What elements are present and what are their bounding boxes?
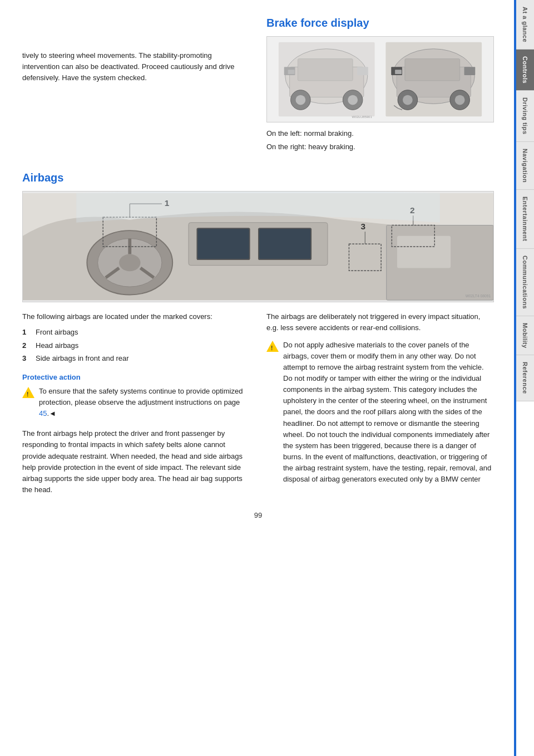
svg-rect-3: [298, 58, 353, 80]
front-passenger-text: The front airbags help protect the drive…: [22, 428, 250, 495]
svg-point-9: [348, 95, 358, 105]
airbags-text-cols: The following airbags are located under …: [22, 311, 494, 500]
list-num-3: 3: [22, 353, 31, 364]
brake-force-section: Brake force display: [266, 17, 494, 155]
airbags-section: Airbags: [22, 171, 494, 500]
airbags-list: 1 Front airbags 2 Head airbags 3 Side ai…: [22, 327, 250, 364]
svg-rect-36: [259, 229, 310, 259]
warning-icon-1: !: [22, 386, 34, 398]
brake-force-title: Brake force display: [266, 17, 494, 30]
list-item-3: 3 Side airbags in front and rear: [22, 353, 250, 364]
airbags-left-col: The following airbags are located under …: [22, 311, 250, 500]
protective-action-warning: ! To ensure that the safety systems cont…: [22, 386, 250, 424]
sidebar-tab-communications[interactable]: Communications: [516, 249, 534, 316]
list-item-1: 1 Front airbags: [22, 327, 250, 338]
svg-rect-17: [464, 67, 476, 75]
brake-force-svg: W02LU85901: [267, 37, 493, 122]
sidebar-tab-controls[interactable]: Controls: [516, 50, 534, 91]
exclaim-mark-2: !: [271, 345, 273, 351]
svg-rect-15: [405, 58, 460, 80]
page-number: 99: [22, 511, 494, 519]
top-two-col: tively to steering wheel movements. The …: [22, 17, 494, 155]
airbags-title: Airbags: [22, 171, 494, 184]
warning-icon-2: !: [266, 340, 279, 352]
list-label-3: Side airbags in front and rear: [36, 353, 129, 364]
brake-caption-right: On the right: heavy braking.: [266, 141, 494, 153]
airbags-warning-block: ! Do not apply adhesive materials to the…: [266, 340, 494, 490]
sidebar-tab-entertainment[interactable]: Entertainment: [516, 190, 534, 248]
svg-text:3: 3: [361, 222, 366, 232]
sidebar-tabs: At a glance Controls Driving tips Naviga…: [516, 0, 534, 756]
svg-rect-5: [357, 67, 368, 75]
svg-text:W02LT4 08091: W02LT4 08091: [466, 294, 491, 298]
svg-point-21: [455, 95, 465, 105]
sidebar-tab-reference[interactable]: Reference: [516, 355, 534, 401]
left-column: tively to steering wheel movements. The …: [22, 17, 250, 155]
svg-rect-24: [395, 70, 402, 74]
brake-caption-left: On the left: normal braking.: [266, 128, 494, 139]
list-num-1: 1: [22, 327, 31, 338]
svg-text:W02LU85901: W02LU85901: [352, 115, 372, 119]
airbags-image: 1 3 2 W02LT4 08091: [22, 191, 494, 302]
list-item-2: 2 Head airbags: [22, 340, 250, 351]
intro-text: tively to steering wheel movements. The …: [22, 50, 250, 84]
airbags-interior-svg: 1 3 2 W02LT4 08091: [23, 192, 493, 302]
svg-point-28: [119, 254, 140, 272]
main-content: tively to steering wheel movements. The …: [0, 0, 516, 756]
sidebar-tab-mobility[interactable]: Mobility: [516, 316, 534, 356]
list-label-1: Front airbags: [36, 327, 78, 338]
svg-point-7: [295, 95, 305, 105]
page-link[interactable]: 45: [39, 409, 47, 418]
sidebar-tab-driving-tips[interactable]: Driving tips: [516, 91, 534, 142]
svg-rect-38: [397, 236, 451, 268]
right-col-warning: Do not apply adhesive materials to the c…: [283, 340, 494, 485]
sidebar-tab-navigation[interactable]: Navigation: [516, 142, 534, 190]
svg-rect-35: [197, 229, 249, 259]
airbags-intro: The following airbags are located under …: [22, 311, 250, 322]
protective-action-title: Protective action: [22, 373, 250, 381]
brake-force-image: W02LU85901: [266, 36, 494, 122]
sidebar-tab-at-a-glance[interactable]: At a glance: [516, 0, 534, 50]
list-num-2: 2: [22, 340, 31, 351]
right-col-text1: The airbags are deliberately not trigger…: [266, 311, 494, 333]
svg-rect-10: [288, 70, 295, 74]
svg-point-19: [403, 95, 413, 105]
list-label-2: Head airbags: [36, 340, 78, 351]
protective-action-text: To ensure that the safety systems contin…: [39, 386, 250, 419]
airbags-right-col: The airbags are deliberately not trigger…: [266, 311, 494, 500]
exclaim-mark-1: !: [27, 391, 28, 397]
